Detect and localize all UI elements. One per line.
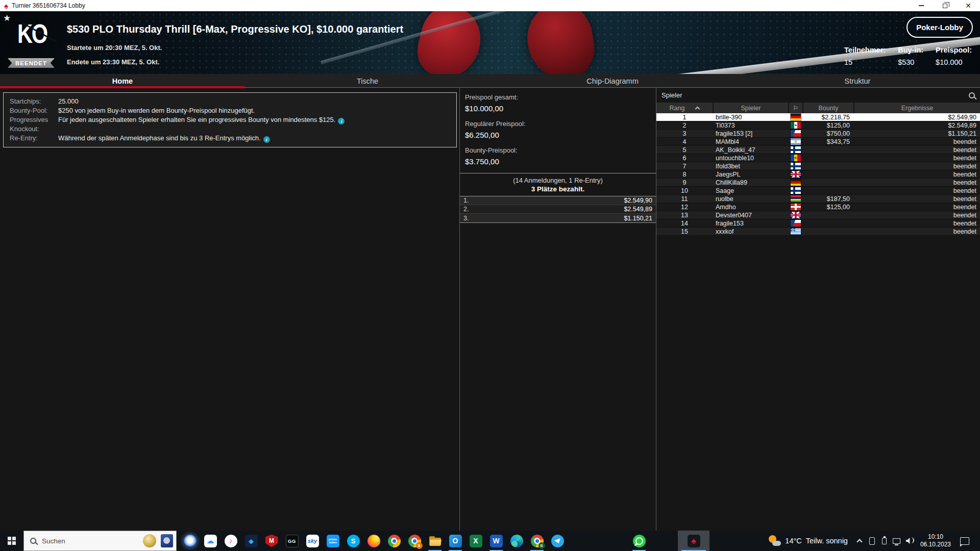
search-highlight-award-image[interactable] [161,534,173,547]
player-name: JaegsPL [714,171,788,178]
taskbar-app-telegram[interactable] [547,531,568,551]
taskbar-app-icloud[interactable]: ☁ [200,531,220,551]
info-icon[interactable]: i [263,136,270,143]
players-table-header: Rang Spieler ⚐ Bounty Ergebnisse [656,103,980,113]
player-row-ChillKilla89[interactable]: 9 ChillKilla89 beendet [656,179,980,187]
pool-label: Preispool gesamt: [465,93,651,101]
taskbar-app-copilot[interactable] [180,531,200,551]
search-highlight-medal-image[interactable] [143,534,156,547]
player-name: xxxkof [714,228,788,235]
column-header-result[interactable]: Ergebnisse [854,103,980,113]
stat: Buy-in: $530 [898,46,923,66]
poker-lobby-button[interactable]: Poker-Lobby [906,17,973,38]
action-center-button[interactable] [960,537,969,545]
column-header-flag[interactable]: ⚐ [789,103,802,113]
player-row-xxxkof[interactable]: 15 xxxkof beendet [656,228,980,236]
stat-value: 15 [844,58,886,66]
payout-rows: 1. $2.549,90 2. $2.549,89 3. $1.150,21 [460,196,656,222]
player-row-JaegsPL[interactable]: 8 JaegsPL beendet [656,170,980,179]
column-header-rank[interactable]: Rang [656,103,713,113]
taskbar-app-word[interactable]: W [486,531,506,551]
taskbar-app-chrome-profile2[interactable]: S [404,531,425,551]
info-text-value: Während der späten Anmeldephase sind bis… [58,134,261,142]
player-name: untouchble10 [714,155,788,162]
taskbar-clock[interactable]: 10:10 06.10.2023 [915,533,956,548]
info-label: Re-Entry: [10,134,58,143]
app-glyph: ♠ [691,537,696,545]
player-row-brille-390[interactable]: 1 brille-390 $2.218,75 $2.549,90 [656,113,980,121]
taskbar-app-file-explorer[interactable] [425,531,445,551]
player-row-Devster0407[interactable]: 13 Devster0407 beendet [656,211,980,219]
taskbar-app-edge[interactable] [506,531,527,551]
taskbar-app-sky[interactable]: sky [302,531,323,551]
player-name: Saage [714,187,788,194]
taskbar-app-ggpoker[interactable]: GG [282,531,302,551]
pool-value: $3.750,00 [465,157,651,166]
player-rank: 12 [656,204,713,211]
player-rank: 11 [656,195,713,203]
taskbar-app-excel[interactable]: X [465,531,486,551]
player-flag-icon [789,130,802,137]
column-header-player[interactable]: Spieler [714,103,788,113]
taskbar-app-whatsapp[interactable] [629,531,649,551]
network-icon [893,538,900,544]
taskbar-app-chrome-profile3[interactable]: S [527,531,547,551]
search-icon[interactable] [969,92,975,98]
start-time: Startete um 20:30 MEZ, 5. Okt. [67,44,162,52]
player-row-fragile153[interactable]: 14 fragile153 beendet [656,219,980,228]
taskbar-search-box[interactable] [23,531,177,551]
info-row: Startchips: 25.000i [4,97,452,106]
status-badge: BEENDET [8,58,55,68]
app-icon: ♪ [225,535,237,547]
info-icon[interactable]: i [338,118,345,124]
tray-usb-button[interactable] [878,531,891,551]
taskbar-app-outlook[interactable]: O [445,531,465,551]
player-row-Ti0373[interactable]: 2 Ti0373 $125,00 $2.549,89 [656,121,980,130]
tray-device-button[interactable] [866,531,878,551]
player-row-MAMbl4[interactable]: 4 MAMbl4 $343,75 beendet [656,138,980,146]
player-bounty: $187,50 [803,195,853,203]
tray-overflow-button[interactable] [853,538,866,544]
player-row-Ifold3bet[interactable]: 7 Ifold3bet beendet [656,162,980,170]
star-icon: ★ [3,13,11,23]
window-titlebar: ♠ Turnier 3651606734 Lobby ✕ [0,0,980,11]
taskbar-app-mcafee[interactable]: M [261,531,282,551]
tab-tische[interactable]: Tische [245,74,490,88]
taskbar-app-pokerstars[interactable]: ♠ [678,531,709,551]
app-icon [184,535,197,547]
taskbar-app-firefox[interactable] [363,531,384,551]
tab-home[interactable]: Home [0,74,245,88]
start-button[interactable] [0,531,23,551]
usb-icon [882,538,887,544]
player-row-fragile153 [2][interactable]: 3 fragile153 [2] $750,00 $1.150,21 [656,130,980,138]
player-row-Saage[interactable]: 10 Saage beendet [656,187,980,195]
player-row-AK_Boikki_47[interactable]: 5 AK_Boikki_47 beendet [656,146,980,154]
pool-label: Regulärer Preispool: [465,120,651,128]
taskbar-app-skype[interactable]: S [343,531,363,551]
app-glyph: W [493,537,499,545]
tray-volume-button[interactable] [903,531,915,551]
player-row-Amdho[interactable]: 12 Amdho $125,00 beendet [656,203,980,211]
taskbar-app-chrome[interactable] [384,531,404,551]
tab-struktur[interactable]: Struktur [735,74,980,88]
taskbar-app-films[interactable]: ◆ [241,531,261,551]
player-row-untouchble10[interactable]: 6 untouchble10 beendet [656,154,980,162]
restore-button[interactable] [933,0,957,11]
pool-value: $10.000,00 [465,104,651,113]
tab-label: Chip-Diagramm [586,77,639,85]
lobby-content: Startchips: 25.000i Bounty-Pool: $250 vo… [0,88,980,531]
taskbar-app-itunes[interactable]: ♪ [220,531,241,551]
tray-network-button[interactable] [891,531,903,551]
column-header-bounty[interactable]: Bounty [803,103,853,113]
player-flag-icon [789,146,802,153]
close-button[interactable]: ✕ [957,0,980,11]
minimize-button[interactable] [910,0,933,11]
player-result: beendet [854,163,980,170]
player-row-ruolbe[interactable]: 11 ruolbe $187,50 beendet [656,195,980,203]
tab-chip-diagramm[interactable]: Chip-Diagramm [490,74,735,88]
search-input[interactable] [41,537,138,545]
end-time: Endete um 23:30 MEZ, 5. Okt. [67,58,159,66]
tournament-title: $530 PLO Thursday Thrill [6-Max, Progres… [67,23,403,35]
taskbar-app-prime-video[interactable]: prime video [323,531,343,551]
weather-widget[interactable]: 14°C Teilw. sonnig [763,535,853,547]
